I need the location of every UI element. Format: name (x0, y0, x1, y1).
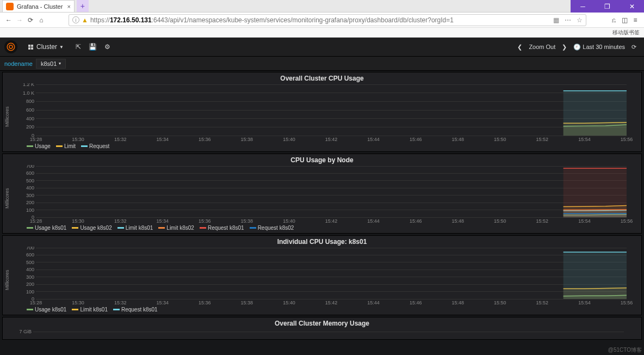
svg-text:200: 200 (26, 200, 34, 205)
browser-toolbar: ← → ⟳ ⌂ i ▲ https:// 172.16.50.131 :6443… (0, 13, 644, 28)
legend-item[interactable]: Usage k8s02 (72, 225, 112, 231)
legend-swatch (72, 227, 78, 229)
svg-text:15:28: 15:28 (30, 218, 42, 224)
svg-text:600: 600 (26, 170, 34, 176)
svg-text:15:48: 15:48 (451, 218, 464, 224)
time-range-display[interactable]: 🕘 Last 30 minutes (570, 44, 628, 51)
legend-item[interactable]: Limit k8s01 (117, 225, 153, 231)
legend-label: Limit k8s01 (126, 225, 153, 231)
chevron-down-icon: ▼ (59, 45, 64, 50)
new-tab-button[interactable]: + (77, 0, 89, 12)
legend-item[interactable]: Usage k8s01 (27, 307, 66, 313)
legend-swatch (250, 227, 256, 229)
y-axis-label: Millicores (4, 83, 10, 150)
save-icon[interactable]: 💾 (89, 43, 97, 51)
chart-legend: Usage k8s01Limit k8s01Request k8s01 (10, 305, 638, 314)
browser-tab-active[interactable]: Grafana - Cluster × (2, 0, 75, 12)
legend-swatch (158, 227, 165, 229)
legend-item[interactable]: Limit k8s02 (158, 225, 194, 231)
menu-icon[interactable]: ≡ (630, 16, 641, 24)
window-titlebar: Grafana - Cluster × + ─ ❐ ✕ (0, 0, 644, 13)
legend-swatch (27, 145, 33, 147)
legend-item[interactable]: Request k8s02 (250, 225, 294, 231)
svg-text:15:46: 15:46 (410, 300, 422, 305)
svg-text:100: 100 (26, 207, 34, 213)
svg-text:700: 700 (26, 165, 34, 169)
svg-text:15:50: 15:50 (494, 218, 506, 224)
mobile-bookmarks-label[interactable]: 移动版书签 (612, 29, 640, 36)
svg-text:300: 300 (26, 274, 34, 280)
svg-text:15:38: 15:38 (241, 300, 253, 305)
page-info-icon[interactable]: i (72, 16, 79, 23)
svg-text:15:38: 15:38 (241, 218, 253, 224)
chart-plot[interactable]: 02004006008001.0 K1.2 K15:2815:3015:3215… (10, 83, 638, 142)
chart-plot[interactable]: 7 GiB (5, 328, 638, 338)
legend-item[interactable]: Usage (27, 143, 51, 149)
panel[interactable]: Overall Cluster Memory Usage7 GiB (2, 317, 642, 340)
svg-text:300: 300 (26, 193, 34, 198)
share-icon[interactable]: ⇱ (76, 43, 81, 51)
sidebar-icon[interactable]: ◫ (619, 16, 630, 24)
time-forward-button[interactable]: ❯ (559, 44, 570, 51)
library-icon[interactable]: ⎌ (608, 16, 619, 24)
dashboard-picker[interactable]: Cluster ▼ (25, 43, 67, 51)
reload-button[interactable]: ⟳ (25, 16, 36, 24)
chart-plot[interactable]: 010020030040050060070015:2815:3015:3215:… (10, 165, 638, 224)
svg-text:15:56: 15:56 (621, 137, 633, 142)
svg-text:600: 600 (26, 252, 34, 258)
svg-text:15:46: 15:46 (410, 218, 422, 224)
dashboard-name: Cluster (36, 43, 57, 51)
chart-plot[interactable]: 010020030040050060070015:2815:3015:3215:… (10, 247, 638, 305)
clock-icon: 🕘 (573, 44, 583, 50)
refresh-button[interactable]: ⟳ (628, 44, 640, 51)
legend-item[interactable]: Request (81, 143, 109, 149)
settings-gear-icon[interactable]: ⚙ (104, 43, 110, 51)
svg-text:15:42: 15:42 (325, 300, 338, 305)
legend-label: Limit k8s02 (166, 225, 194, 231)
legend-item[interactable]: Request k8s01 (113, 307, 158, 313)
svg-text:15:32: 15:32 (114, 137, 127, 142)
svg-text:15:44: 15:44 (367, 218, 380, 224)
svg-text:15:44: 15:44 (367, 137, 380, 142)
legend-item[interactable]: Limit (56, 143, 76, 149)
svg-text:15:50: 15:50 (494, 137, 506, 142)
legend-item[interactable]: Usage k8s01 (27, 225, 66, 231)
panel[interactable]: Individual CPU Usage: k8s01Millicores010… (2, 235, 642, 315)
svg-text:100: 100 (26, 289, 34, 295)
forward-button[interactable]: → (14, 16, 25, 24)
svg-text:200: 200 (26, 124, 34, 130)
legend-label: Request k8s01 (121, 307, 158, 313)
close-tab-icon[interactable]: × (67, 3, 70, 10)
variable-row: nodename k8s01 ▾ (0, 57, 644, 71)
legend-swatch (56, 145, 63, 147)
panel[interactable]: CPU Usage by NodeMillicores0100200300400… (2, 154, 642, 234)
chart-legend: Usage k8s01Usage k8s02Limit k8s01Limit k… (10, 224, 638, 232)
panel-title: Overall Cluster CPU Usage (3, 72, 641, 83)
window-minimize-button[interactable]: ─ (571, 0, 595, 13)
time-back-button[interactable]: ❮ (514, 44, 525, 51)
svg-text:15:56: 15:56 (621, 300, 633, 305)
grafana-logo[interactable] (4, 40, 17, 53)
svg-text:15:30: 15:30 (72, 137, 84, 142)
url-host: 172.16.50.131 (110, 16, 152, 24)
url-input[interactable]: i ▲ https:// 172.16.50.131 :6443/api/v1/… (69, 14, 586, 26)
window-maximize-button[interactable]: ❐ (595, 0, 620, 13)
bookmark-star-icon[interactable]: ☆ (577, 16, 583, 24)
panel[interactable]: Overall Cluster CPU UsageMillicores02004… (2, 72, 642, 152)
variable-picker[interactable]: k8s01 ▾ (36, 59, 66, 69)
variable-value: k8s01 (41, 60, 57, 67)
legend-swatch (27, 227, 33, 229)
window-close-button[interactable]: ✕ (620, 0, 644, 13)
zoom-out-button[interactable]: Zoom Out (525, 44, 559, 50)
legend-item[interactable]: Limit k8s01 (72, 307, 108, 313)
panel-title: CPU Usage by Node (3, 154, 641, 165)
svg-text:15:34: 15:34 (156, 137, 169, 142)
home-button[interactable]: ⌂ (36, 16, 47, 24)
back-button[interactable]: ← (3, 16, 14, 24)
page-actions-icon[interactable]: ⋯ (565, 16, 571, 24)
legend-item[interactable]: Request k8s01 (200, 225, 244, 231)
svg-text:15:34: 15:34 (156, 300, 169, 305)
url-scheme: https:// (90, 16, 110, 24)
svg-text:500: 500 (26, 178, 34, 183)
reader-mode-icon[interactable]: ▦ (553, 16, 559, 24)
